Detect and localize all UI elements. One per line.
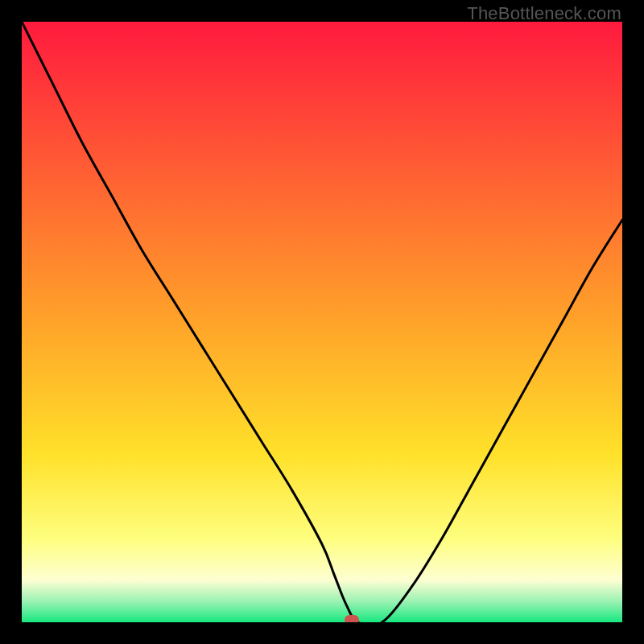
plot-area (22, 22, 622, 622)
bottleneck-curve (22, 22, 622, 622)
optimal-point-marker (345, 615, 359, 622)
curve-path (22, 22, 622, 622)
chart-frame: TheBottleneck.com (0, 0, 644, 644)
